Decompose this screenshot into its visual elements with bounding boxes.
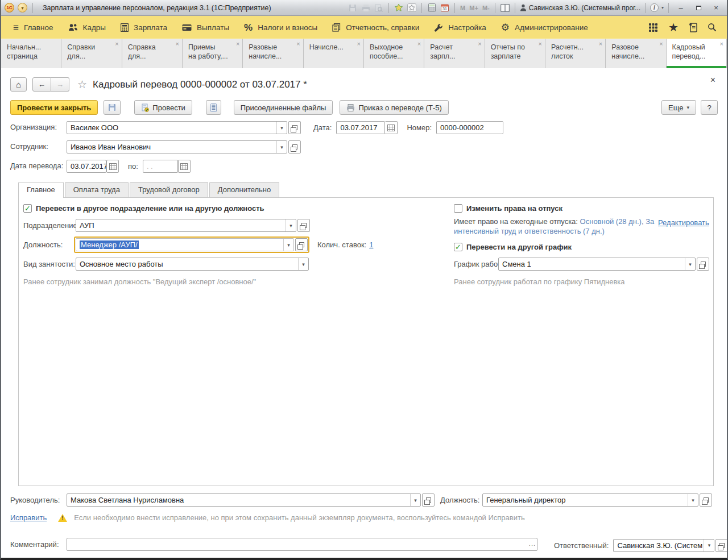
edit-vacation-link[interactable]: Редактировать [658, 218, 709, 227]
tab-priemy[interactable]: ×Приемына работу,... [183, 39, 243, 68]
tab-start-page[interactable]: Начальн...страница [1, 39, 61, 68]
minimize-button[interactable]: – [673, 3, 688, 13]
document-structure-button[interactable] [206, 100, 221, 115]
chevron-down-icon[interactable]: ▾ [704, 540, 714, 551]
menu-nalogi[interactable]: %Налоги и взносы [237, 16, 325, 39]
tab-oplata-truda[interactable]: Оплата труда [65, 182, 129, 197]
home-button[interactable]: ⌂ [10, 77, 27, 92]
tab-vyhodnoe[interactable]: ×Выходноепособие... [364, 39, 424, 68]
tab-otchety[interactable]: ×Отчеты позарплате [485, 39, 545, 68]
transfer-checkbox[interactable]: ✓ [23, 204, 32, 213]
memory-m-button[interactable]: M [460, 5, 466, 11]
chevron-down-icon[interactable]: ▾ [298, 258, 308, 270]
position-field[interactable]: Менеджер /АУП/ ▾ [76, 238, 294, 251]
close-icon[interactable]: × [296, 41, 300, 47]
memory-mminus-button[interactable]: M- [482, 5, 490, 11]
comment-field[interactable] [67, 538, 537, 551]
post-button[interactable]: Провести [134, 100, 192, 115]
more-button[interactable]: Еще▾ [661, 100, 696, 115]
preview-icon[interactable] [374, 3, 384, 13]
org-field[interactable]: Василек ООО ▾ [67, 121, 287, 134]
favorites-icon[interactable] [407, 3, 417, 13]
transfer-date-calendar-button[interactable] [106, 160, 119, 173]
info-icon[interactable]: i [650, 3, 659, 12]
to-date-calendar-button[interactable] [178, 160, 191, 173]
transfer-date-field[interactable]: 03.07.2017 [67, 160, 106, 173]
calculator-icon[interactable] [427, 3, 437, 13]
vacation-checkbox[interactable] [454, 204, 462, 213]
close-icon[interactable]: × [357, 41, 361, 47]
current-user[interactable]: Савинская З.Ю. (Системный прог... [520, 4, 640, 12]
schedule-field[interactable]: Смена 1 ▾ [498, 258, 696, 271]
tab-razovoe[interactable]: ×Разовоеначисле... [606, 39, 666, 68]
add-favorite-icon[interactable] [394, 3, 404, 13]
print-icon[interactable] [361, 3, 371, 13]
department-field[interactable]: АУП ▾ [76, 219, 296, 232]
rate-count-link[interactable]: 1 [369, 240, 373, 249]
tab-spravki[interactable]: ×Справкидля... [61, 39, 122, 68]
menu-administrirovanie[interactable]: ⚙Администрирование [494, 16, 595, 39]
back-button[interactable]: ← [32, 77, 51, 92]
date-field[interactable]: 03.07.2017 [336, 121, 385, 134]
menu-otchetnost[interactable]: Отчетность, справки [325, 16, 427, 39]
manager-position-open-button[interactable] [700, 493, 712, 507]
chevron-down-icon[interactable]: ▾ [276, 122, 287, 134]
close-icon[interactable]: × [720, 41, 723, 47]
close-icon[interactable]: × [599, 41, 602, 47]
date-calendar-button[interactable] [385, 121, 398, 134]
close-icon[interactable]: × [115, 41, 118, 47]
employee-open-button[interactable] [288, 140, 301, 154]
org-open-button[interactable] [288, 121, 301, 134]
menu-kadry[interactable]: Кадры [61, 16, 113, 39]
close-icon[interactable]: × [539, 41, 542, 47]
close-icon[interactable]: × [659, 41, 663, 47]
memory-mplus-button[interactable]: M+ [469, 5, 479, 11]
tab-razovye[interactable]: ×Разовыеначисле... [243, 39, 303, 68]
favorite-star-icon[interactable]: ☆ [77, 78, 87, 91]
responsible-field[interactable]: Савинская З.Ю. (Систем ▾ [613, 539, 714, 552]
manager-position-field[interactable]: Генеральный директор ▾ [482, 493, 698, 507]
save-button[interactable] [104, 100, 121, 115]
position-open-button[interactable] [295, 238, 308, 251]
tab-glavnoe[interactable]: Главное [18, 182, 64, 198]
chevron-down-icon[interactable]: ▾ [685, 258, 695, 270]
close-icon[interactable]: × [478, 41, 481, 47]
schedule-open-button[interactable] [697, 258, 709, 271]
menu-nastroika[interactable]: Настройка [427, 16, 493, 39]
to-date-field[interactable]: . . [143, 160, 178, 173]
close-form-icon[interactable]: × [710, 75, 715, 85]
comment-more-button[interactable]: ... [529, 540, 536, 547]
tab-nachisle[interactable]: ×Начисле... [304, 39, 364, 68]
responsible-open-button[interactable] [715, 539, 728, 552]
menu-sections[interactable]: ≡Главное [6, 16, 61, 39]
employee-field[interactable]: Иванов Иван Иванович ▾ [67, 140, 287, 154]
employment-field[interactable]: Основное место работы ▾ [76, 258, 309, 271]
save-icon[interactable] [348, 3, 358, 13]
attached-files-button[interactable]: Присоединенные файлы [234, 100, 333, 115]
fix-link[interactable]: Исправить [10, 513, 47, 522]
chevron-down-icon[interactable]: ▾ [410, 494, 420, 506]
chevron-down-icon[interactable]: ▾ [283, 239, 293, 251]
history-icon[interactable] [689, 23, 697, 32]
tab-raschetny-listok[interactable]: ×Расчетн...листок [545, 39, 606, 68]
chevron-down-icon[interactable]: ▾ [688, 494, 698, 506]
close-window-button[interactable]: × [709, 3, 723, 13]
chevron-down-icon[interactable]: ▾ [276, 141, 287, 153]
help-button[interactable]: ? [701, 100, 718, 115]
manager-field[interactable]: Макова Светлана Нурисламовна ▾ [67, 493, 421, 507]
tab-spravka[interactable]: ×Справкадля... [122, 39, 183, 68]
department-open-button[interactable] [297, 219, 310, 232]
schedule-checkbox[interactable]: ✓ [454, 243, 462, 251]
info-dropdown-icon[interactable]: ▾ [661, 5, 664, 10]
maximize-button[interactable] [691, 3, 706, 13]
manager-open-button[interactable] [422, 493, 435, 507]
favorites-star-icon[interactable]: ★ [668, 20, 679, 34]
tab-raschet[interactable]: ×Расчетзарпл... [424, 39, 485, 68]
tab-kadrovy-perevod[interactable]: ×Кадровыйперевод... [667, 39, 727, 68]
number-field[interactable]: 0000-000002 [436, 121, 503, 134]
chevron-down-icon[interactable]: ▾ [286, 219, 296, 231]
forward-button[interactable]: → [51, 77, 69, 92]
tab-trudovoy-dogovor[interactable]: Трудовой договор [130, 182, 208, 197]
transfer-order-button[interactable]: Приказ о переводе (Т-5) [340, 100, 448, 115]
tab-dopolnitelno[interactable]: Дополнительно [209, 182, 280, 197]
